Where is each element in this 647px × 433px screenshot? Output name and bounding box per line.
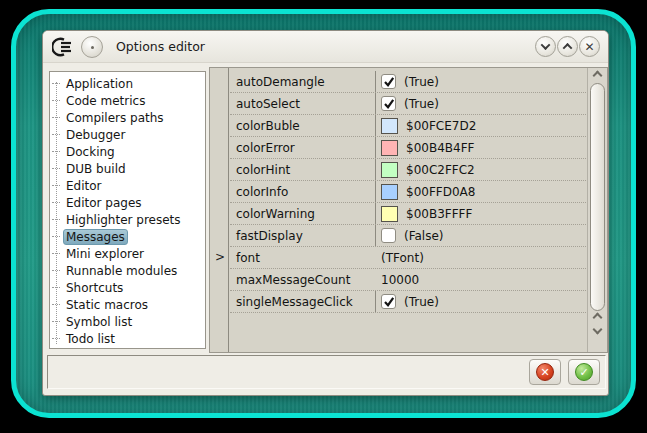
property-name: colorInfo xyxy=(230,181,375,202)
value-text: $00B3FFFF xyxy=(406,207,472,221)
scroll-down-icon[interactable] xyxy=(593,325,603,335)
sidebar-item-static-macros[interactable]: Static macros xyxy=(50,296,205,313)
cancel-circle-x-icon: ✕ xyxy=(536,363,554,381)
chevron-up-icon xyxy=(563,43,573,53)
check-icon xyxy=(383,296,395,308)
scroll-up-icon[interactable] xyxy=(593,71,603,81)
property-value[interactable]: (True) xyxy=(375,291,586,312)
sidebar-item-docking[interactable]: Docking xyxy=(50,143,205,160)
tree-connector xyxy=(52,304,60,305)
tree-item-label: Mini explorer xyxy=(63,247,147,261)
property-row-singleMessageClick[interactable]: singleMessageClick (True) xyxy=(230,291,586,313)
color-swatch[interactable] xyxy=(381,118,398,134)
screen: Options editor ✕ Application Code metric… xyxy=(0,0,647,433)
checkbox[interactable] xyxy=(381,74,396,89)
value-text: (True) xyxy=(404,295,439,309)
titlebar[interactable]: Options editor ✕ xyxy=(43,31,608,63)
value-text: $00FFD0A8 xyxy=(406,185,475,199)
tree-connector xyxy=(52,83,60,84)
tree-item-label: Static macros xyxy=(63,298,151,312)
sidebar-item-todo-list[interactable]: Todo list xyxy=(50,330,205,347)
scroll-up-icon[interactable] xyxy=(593,313,603,323)
property-row-font[interactable]: > font (TFont) xyxy=(230,247,586,269)
property-name: autoSelect xyxy=(230,93,375,114)
value-text: $00B4B4FF xyxy=(406,141,474,155)
tree-connector xyxy=(52,253,60,254)
tree-item-label: Runnable modules xyxy=(63,264,180,278)
property-value[interactable]: $00FFD0A8 xyxy=(375,181,586,202)
checkbox[interactable] xyxy=(381,96,396,111)
tree-connector xyxy=(52,236,60,237)
sidebar-item-mini-explorer[interactable]: Mini explorer xyxy=(50,245,205,262)
property-value[interactable]: $00B4B4FF xyxy=(375,137,586,158)
property-value[interactable]: (True) xyxy=(375,71,586,92)
property-value[interactable]: (False) xyxy=(375,225,586,246)
tree-connector xyxy=(52,117,60,118)
property-row-colorError[interactable]: colorError $00B4B4FF xyxy=(230,137,586,159)
sidebar-item-debugger[interactable]: Debugger xyxy=(50,126,205,143)
property-name: fastDisplay xyxy=(230,225,375,246)
chevron-down-icon xyxy=(541,40,551,50)
tree-item-label: DUB build xyxy=(63,162,129,176)
tree-item-label: Highlighter presets xyxy=(63,213,184,227)
accept-button[interactable]: ✓ xyxy=(568,359,600,385)
sidebar-item-application[interactable]: Application xyxy=(50,75,205,92)
tree-connector xyxy=(52,151,60,152)
cancel-button[interactable]: ✕ xyxy=(529,359,561,385)
property-name: colorHint xyxy=(230,159,375,180)
titlebar-buttons: ✕ xyxy=(535,36,600,57)
window-shade-down-button[interactable] xyxy=(535,36,556,57)
sidebar-list: Application Code metrics Compilers paths… xyxy=(50,72,205,347)
property-value[interactable]: 10000 xyxy=(375,269,586,290)
value-text: (False) xyxy=(404,229,444,243)
check-icon xyxy=(383,98,395,110)
sidebar-item-shortcuts[interactable]: Shortcuts xyxy=(50,279,205,296)
color-swatch[interactable] xyxy=(381,184,398,200)
scrollbar-thumb[interactable] xyxy=(590,83,605,311)
value-text: $00FCE7D2 xyxy=(406,119,476,133)
window-close-button[interactable]: ✕ xyxy=(579,36,600,57)
color-swatch[interactable] xyxy=(381,162,398,178)
property-grid[interactable]: autoDemangle (True) autoSelect (True) co… xyxy=(209,67,608,353)
sidebar-item-editor[interactable]: Editor xyxy=(50,177,205,194)
property-row-autoDemangle[interactable]: autoDemangle (True) xyxy=(230,71,586,93)
property-row-autoSelect[interactable]: autoSelect (True) xyxy=(230,93,586,115)
property-row-colorHint[interactable]: colorHint $00C2FFC2 xyxy=(230,159,586,181)
checkbox[interactable] xyxy=(381,228,396,243)
property-value[interactable]: $00FCE7D2 xyxy=(375,115,586,136)
property-row-colorBuble[interactable]: colorBuble $00FCE7D2 xyxy=(230,115,586,137)
expand-marker[interactable]: > xyxy=(214,250,226,264)
property-row-colorInfo[interactable]: colorInfo $00FFD0A8 xyxy=(230,181,586,203)
checkbox[interactable] xyxy=(381,294,396,309)
sidebar-item-compilers-paths[interactable]: Compilers paths xyxy=(50,109,205,126)
tree-connector xyxy=(52,321,60,322)
sidebar-item-symbol-list[interactable]: Symbol list xyxy=(50,313,205,330)
tree-connector xyxy=(52,202,60,203)
value-text: (True) xyxy=(404,97,439,111)
property-row-colorWarning[interactable]: colorWarning $00B3FFFF xyxy=(230,203,586,225)
window-shade-up-button[interactable] xyxy=(557,36,578,57)
tree-item-label: Symbol list xyxy=(63,315,135,329)
vertical-scrollbar[interactable] xyxy=(587,68,607,352)
sidebar-item-code-metrics[interactable]: Code metrics xyxy=(50,92,205,109)
sidebar-item-dub-build[interactable]: DUB build xyxy=(50,160,205,177)
sidebar-item-messages[interactable]: Messages xyxy=(50,228,205,245)
category-listbox[interactable]: Application Code metrics Compilers paths… xyxy=(49,71,206,349)
window-title: Options editor xyxy=(116,39,205,54)
value-text: 10000 xyxy=(381,273,419,287)
sidebar-item-editor-pages[interactable]: Editor pages xyxy=(50,194,205,211)
coedit-logo-icon xyxy=(52,37,74,57)
property-value[interactable]: $00B3FFFF xyxy=(375,203,586,224)
tree-connector xyxy=(52,134,60,135)
color-swatch[interactable] xyxy=(381,206,398,222)
property-row-maxMessageCount[interactable]: maxMessageCount 10000 xyxy=(230,269,586,291)
sidebar-item-runnable-modules[interactable]: Runnable modules xyxy=(50,262,205,279)
property-value[interactable]: (True) xyxy=(375,93,586,114)
property-value[interactable]: $00C2FFC2 xyxy=(375,159,586,180)
tree-item-label: Application xyxy=(63,77,136,91)
property-row-fastDisplay[interactable]: fastDisplay (False) xyxy=(230,225,586,247)
property-value[interactable]: (TFont) xyxy=(375,247,586,268)
color-swatch[interactable] xyxy=(381,140,398,156)
window-menu-button[interactable] xyxy=(81,36,103,58)
sidebar-item-highlighter-presets[interactable]: Highlighter presets xyxy=(50,211,205,228)
